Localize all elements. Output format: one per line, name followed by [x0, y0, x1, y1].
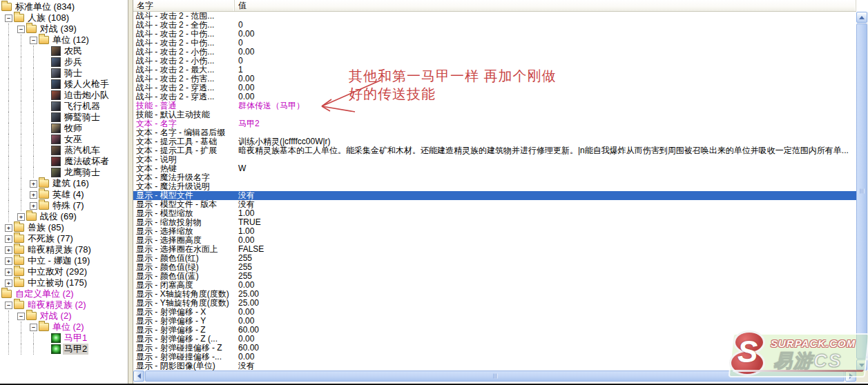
tree-item-人族[interactable]: −人族 (108)	[0, 12, 128, 23]
table-row[interactable]: 文本 - 名字 - 编辑器后缀	[133, 128, 856, 137]
expand-icon[interactable]: +	[5, 279, 12, 287]
collapse-icon[interactable]: −	[5, 302, 12, 309]
arrow-up-icon	[859, 16, 865, 19]
tree-item-龙鹰骑士[interactable]: 龙鹰骑士	[0, 167, 128, 178]
table-row[interactable]: 文本 - 说明	[133, 155, 856, 164]
tree-item-马甲1[interactable]: 马甲1	[0, 333, 128, 344]
table-row[interactable]: 战斗 - 攻击 2 - 中伤...0.00	[133, 30, 856, 39]
column-header-value[interactable]: 值	[235, 0, 856, 11]
object-editor-window: 标准单位 (834)−人族 (108)−对战 (39)−单位 (12)农民步兵骑…	[0, 0, 868, 385]
tree-item-label: 人族 (108)	[26, 12, 70, 23]
tree-item-蒸汽机车[interactable]: 蒸汽机车	[0, 145, 128, 156]
tree-item-标准单位[interactable]: 标准单位 (834)	[0, 1, 128, 12]
tree-item-label: 马甲2	[63, 344, 88, 355]
collapse-icon[interactable]: −	[30, 324, 37, 331]
tree-item-单位[interactable]: −单位 (2)	[0, 322, 128, 333]
tree-item-狮鹫骑士[interactable]: 狮鹫骑士	[0, 112, 128, 123]
wisp-unit-icon	[51, 344, 61, 354]
expand-icon[interactable]: +	[5, 235, 12, 243]
folder-icon	[14, 257, 24, 265]
collapse-icon[interactable]: −	[17, 313, 25, 320]
vertical-scrollbar[interactable]	[856, 12, 868, 371]
tree-item-单位[interactable]: −单位 (12)	[0, 34, 128, 46]
property-name: 战斗 - 攻击 2 - 中伤...	[133, 30, 235, 39]
collapse-icon[interactable]: −	[30, 37, 37, 44]
tree-guide-line	[21, 167, 21, 178]
tree-item-label: 不死族 (77)	[26, 233, 75, 244]
table-row[interactable]: 显示 - 选择圈在水面上FALSE	[133, 245, 856, 254]
property-name: 文本 - 提示工具 - 扩展	[133, 146, 235, 155]
tree-item-中立敌对[interactable]: +中立敌对 (292)	[0, 266, 128, 277]
tree-item-中立被动[interactable]: +中立被动 (175)	[0, 277, 128, 288]
table-row[interactable]: 显示 - 闭塞高度0.00	[133, 281, 856, 290]
column-header-name[interactable]: 名字	[133, 0, 235, 11]
pane-splitter[interactable]	[128, 0, 133, 384]
property-name: 显示 - 射弹偏移 - X	[133, 308, 235, 317]
tree-item-牧师[interactable]: 牧师	[0, 123, 128, 134]
tree-guide-line	[33, 333, 34, 344]
vertical-scroll-thumb[interactable]	[856, 23, 867, 359]
table-row[interactable]: 显示 - 选择圈高度0.00	[133, 236, 856, 245]
table-row[interactable]: 显示 - X轴旋转角度(度数)25.00	[133, 290, 856, 299]
tree-item-对战[interactable]: −对战 (2)	[0, 310, 128, 322]
table-row[interactable]: 战斗 - 攻击 2 - 小伤...0.00	[133, 48, 856, 57]
tree-item-自定义单位[interactable]: 自定义单位 (2)	[0, 288, 128, 299]
table-row[interactable]: 显示 - 颜色值(红)255	[133, 254, 856, 263]
expand-icon[interactable]: +	[5, 246, 12, 254]
table-row[interactable]: 显示 - 颜色值(蓝)255	[133, 272, 856, 281]
scroll-left-button[interactable]	[133, 371, 144, 382]
tree-item-女巫[interactable]: 女巫	[0, 134, 128, 145]
table-row[interactable]: 显示 - 射弹偏移 - Y0.00	[133, 317, 856, 326]
expand-icon[interactable]: +	[30, 180, 37, 188]
tree-item-骑士[interactable]: 骑士	[0, 68, 128, 79]
table-row[interactable]: 显示 - Y轴旋转角度(度数)25.00	[133, 299, 856, 308]
expand-icon[interactable]: +	[30, 202, 37, 210]
collapse-icon[interactable]: −	[17, 26, 25, 33]
table-row[interactable]: 文本 - 名字马甲2	[133, 119, 856, 128]
table-row[interactable]: 显示 - 射弹偏移 - X0.00	[133, 308, 856, 317]
table-row[interactable]: 文本 - 热键W	[133, 164, 856, 173]
table-row[interactable]: 战斗 - 攻击 2 - 范围...	[133, 12, 856, 21]
table-row[interactable]: 战斗 - 攻击 2 - 小伤...0	[133, 57, 856, 66]
expand-icon[interactable]: +	[5, 224, 12, 232]
tree-item-马甲2[interactable]: 马甲2	[0, 344, 128, 355]
tree-item-英雄[interactable]: +英雄 (4)	[0, 189, 128, 200]
table-row[interactable]: 文本 - 魔法升级名字	[133, 173, 856, 182]
tree-item-暗夜精灵族[interactable]: +暗夜精灵族 (78)	[0, 244, 128, 255]
expand-icon[interactable]: +	[5, 257, 12, 265]
table-row[interactable]: 技能 - 默认主动技能	[133, 110, 856, 119]
table-row[interactable]: 显示 - 选择缩放1.00	[133, 227, 856, 236]
table-row[interactable]: 文本 - 提示工具 - 扩展暗夜精灵族基本的工人单位。能采集金矿和木材。还能建造…	[133, 146, 856, 155]
expand-icon[interactable]: +	[17, 213, 25, 221]
tree-item-不死族[interactable]: +不死族 (77)	[0, 233, 128, 244]
tree-guide-line	[33, 90, 34, 101]
table-row[interactable]: 显示 - 模型文件没有	[133, 191, 856, 200]
tree-item-建筑[interactable]: +建筑 (16)	[0, 178, 128, 189]
tree-item-战役[interactable]: +战役 (69)	[0, 211, 128, 222]
property-value: 没有	[235, 191, 856, 200]
table-row[interactable]: 显示 - 模型缩放1.00	[133, 209, 856, 218]
tree-item-特殊[interactable]: +特殊 (7)	[0, 200, 128, 211]
tree-item-步兵[interactable]: 步兵	[0, 57, 128, 68]
table-row[interactable]: 显示 - 缩放投射物TRUE	[133, 218, 856, 227]
tree-item-中立 - 娜迦[interactable]: +中立 - 娜迦 (19)	[0, 255, 128, 266]
tree-item-飞行机器[interactable]: 飞行机器	[0, 101, 128, 112]
tree-item-暗夜精灵族[interactable]: −暗夜精灵族 (2)	[0, 299, 128, 310]
tree-item-迫击炮小队[interactable]: 迫击炮小队	[0, 90, 128, 101]
scroll-up-button[interactable]	[856, 12, 867, 23]
tree-item-矮人火枪手[interactable]: 矮人火枪手	[0, 79, 128, 90]
table-row[interactable]: 文本 - 魔法升级说明	[133, 182, 856, 191]
tree-item-魔法破坏者[interactable]: 魔法破坏者	[0, 156, 128, 167]
tree-item-农民[interactable]: 农民	[0, 46, 128, 57]
table-row[interactable]: 显示 - 模型文件 - 版本没有	[133, 200, 856, 209]
property-name: 战斗 - 攻击 2 - 小伤...	[133, 57, 235, 66]
table-row[interactable]: 战斗 - 攻击 2 - 中伤...0	[133, 39, 856, 48]
collapse-icon[interactable]: −	[5, 14, 12, 22]
tree-item-对战[interactable]: −对战 (39)	[0, 23, 128, 34]
table-row[interactable]: 战斗 - 攻击 2 - 全伤...0	[133, 21, 856, 30]
tree-item-兽族[interactable]: +兽族 (85)	[0, 222, 128, 233]
table-row[interactable]: 显示 - 颜色值(绿)255	[133, 263, 856, 272]
expand-icon[interactable]: +	[30, 191, 37, 199]
table-row[interactable]: 文本 - 提示工具 - 基础训练小精灵(|cffffcc00W|r)	[133, 137, 856, 146]
expand-icon[interactable]: +	[5, 268, 12, 276]
